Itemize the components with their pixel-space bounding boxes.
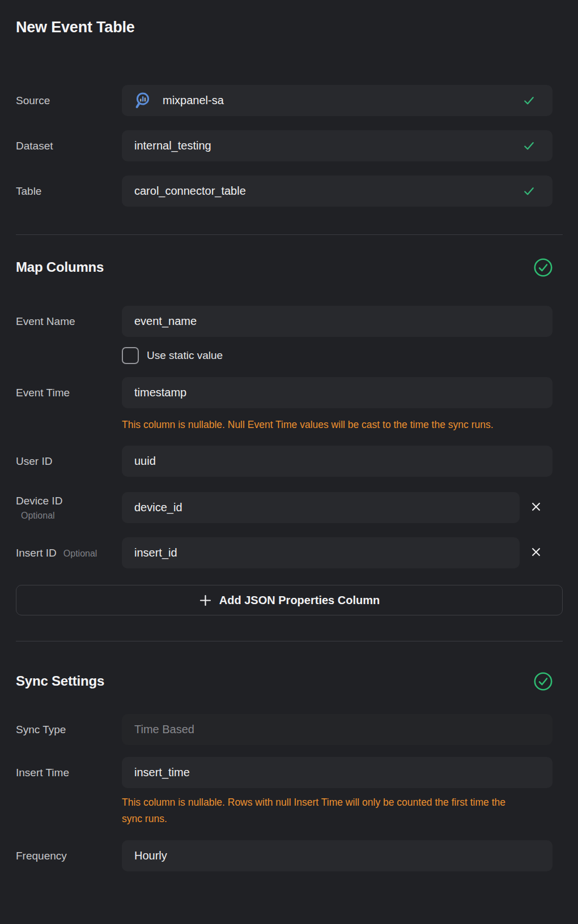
dataset-value: internal_testing	[134, 139, 211, 152]
device-id-row: Device ID Optional device_id	[16, 492, 552, 523]
valid-check-icon	[522, 139, 536, 152]
device-id-field[interactable]: device_id	[122, 492, 520, 523]
map-columns-heading: Map Columns	[16, 259, 104, 275]
insert-id-field[interactable]: insert_id	[122, 537, 520, 568]
insert-time-field[interactable]: insert_time	[122, 757, 552, 788]
add-json-properties-button[interactable]: Add JSON Properties Column	[16, 585, 563, 615]
device-id-label: Device ID	[16, 494, 122, 508]
insert-time-value: insert_time	[134, 766, 190, 779]
user-id-value: uuid	[134, 455, 156, 468]
insert-id-row: Insert ID Optional insert_id	[16, 537, 552, 568]
section-divider	[16, 234, 563, 235]
insert-time-label: Insert Time	[16, 766, 122, 780]
new-event-table-form: New Event Table Source mixpanel-sa	[0, 0, 578, 924]
event-name-field[interactable]: event_name	[122, 306, 552, 337]
frequency-value: Hourly	[134, 849, 167, 862]
mixpanel-logo-icon	[134, 91, 153, 110]
sync-type-value: Time Based	[134, 723, 194, 736]
dataset-label: Dataset	[16, 139, 122, 153]
event-name-value: event_name	[134, 315, 197, 328]
event-time-field[interactable]: timestamp	[122, 377, 552, 408]
insert-id-value: insert_id	[134, 546, 177, 559]
event-time-value: timestamp	[134, 386, 186, 399]
sync-settings-heading: Sync Settings	[16, 673, 104, 689]
frequency-field[interactable]: Hourly	[122, 840, 552, 871]
table-row: Table carol_connector_table	[16, 176, 552, 207]
insert-id-optional-label: Optional	[63, 548, 97, 559]
source-label: Source	[16, 94, 122, 108]
sync-type-field: Time Based	[122, 714, 552, 745]
add-json-properties-label: Add JSON Properties Column	[219, 594, 380, 607]
user-id-field[interactable]: uuid	[122, 446, 552, 477]
event-name-label: Event Name	[16, 315, 122, 328]
section-complete-icon	[534, 672, 552, 691]
use-static-value-row: Use static value	[122, 347, 563, 364]
user-id-label: User ID	[16, 455, 122, 468]
frequency-row: Frequency Hourly	[16, 840, 552, 871]
table-value: carol_connector_table	[134, 185, 246, 198]
page-title: New Event Table	[16, 0, 563, 37]
table-field[interactable]: carol_connector_table	[122, 176, 552, 207]
sync-type-row: Sync Type Time Based	[16, 714, 552, 745]
use-static-value-checkbox[interactable]	[122, 347, 139, 364]
section-complete-icon	[534, 258, 552, 277]
event-time-row: Event Time timestamp	[16, 377, 552, 408]
user-id-row: User ID uuid	[16, 446, 552, 477]
valid-check-icon	[522, 94, 536, 107]
event-time-label: Event Time	[16, 386, 122, 400]
device-id-value: device_id	[134, 501, 182, 514]
insert-time-row: Insert Time insert_time	[16, 757, 552, 788]
valid-check-icon	[522, 185, 536, 198]
source-row: Source mixpanel-sa	[16, 85, 552, 116]
dataset-row: Dataset internal_testing	[16, 130, 552, 161]
table-label: Table	[16, 185, 122, 198]
event-name-row: Event Name event_name	[16, 306, 552, 337]
insert-id-label: Insert ID	[16, 546, 57, 560]
plus-icon	[199, 594, 212, 607]
use-static-value-label: Use static value	[147, 349, 223, 362]
event-time-warning: This column is nullable. Null Event Time…	[122, 417, 522, 433]
sync-type-label: Sync Type	[16, 723, 122, 737]
device-id-optional-label: Optional	[21, 510, 122, 521]
map-columns-header: Map Columns	[16, 256, 552, 279]
insert-time-warning: This column is nullable. Rows with null …	[122, 794, 522, 827]
source-field[interactable]: mixpanel-sa	[122, 85, 552, 116]
section-divider	[16, 641, 563, 641]
close-icon	[530, 500, 542, 515]
remove-device-id-button[interactable]	[520, 492, 552, 523]
frequency-label: Frequency	[16, 849, 122, 863]
dataset-field[interactable]: internal_testing	[122, 130, 552, 161]
sync-settings-header: Sync Settings	[16, 670, 552, 692]
remove-insert-id-button[interactable]	[520, 537, 552, 568]
close-icon	[530, 546, 542, 560]
source-value: mixpanel-sa	[163, 94, 224, 107]
